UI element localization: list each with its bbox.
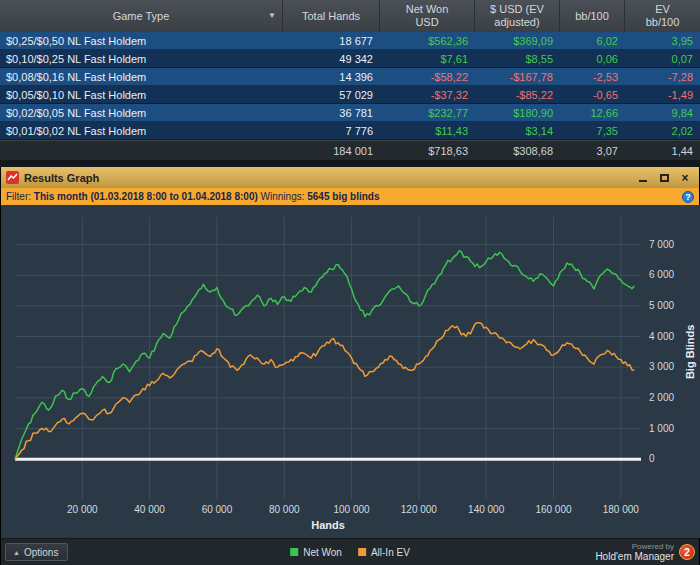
maximize-button[interactable] <box>655 170 673 186</box>
filter-bar[interactable]: Filter: This month (01.03.2018 8:00 to 0… <box>1 188 699 205</box>
svg-text:100 000: 100 000 <box>333 504 370 515</box>
ev-bb100-cell: 9,84 <box>625 107 700 119</box>
bb100-cell: 0,06 <box>560 53 625 65</box>
total-hands-cell: 18 677 <box>283 35 380 47</box>
game-type-cell: $0,05/$0,10 NL Fast Holdem <box>0 89 283 101</box>
net-won-cell: $562,36 <box>380 35 475 47</box>
svg-text:40 000: 40 000 <box>134 504 165 515</box>
ev-bb100-cell: -7,28 <box>625 71 700 83</box>
net-won-cell: $11,43 <box>380 125 475 137</box>
legend-label: All-In EV <box>371 547 410 558</box>
minimize-button[interactable] <box>634 170 652 186</box>
total-hands-cell: 7 776 <box>283 125 380 137</box>
totals-ev-bb100-cell: 1,44 <box>625 145 700 157</box>
options-button[interactable]: ▲ Options <box>5 543 68 561</box>
legend-label: Net Won <box>303 547 342 558</box>
minimize-icon <box>639 180 647 182</box>
game-type-cell: $0,10/$0,25 NL Fast Holdem <box>0 53 283 65</box>
column-header-bb100[interactable]: bb/100 <box>560 0 625 32</box>
column-header-total-hands[interactable]: Total Hands <box>283 0 380 32</box>
table-body: $0,25/$0,50 NL Fast Holdem18 677$562,36$… <box>0 32 700 140</box>
legend-swatch <box>358 548 366 556</box>
svg-text:80 000: 80 000 <box>269 504 300 515</box>
bb100-cell: -2,53 <box>560 71 625 83</box>
column-header-ev-bb100[interactable]: EV bb/100 <box>625 0 700 32</box>
table-row[interactable]: $0,01/$0,02 NL Fast Holdem7 776$11,43$3,… <box>0 122 700 140</box>
totals-total-hands-cell: 184 001 <box>283 145 380 157</box>
table-header: Game Type ▼ Total Hands Net Won USD $ US… <box>0 0 700 32</box>
ev-bb100-cell: 0,07 <box>625 53 700 65</box>
svg-text:1 000: 1 000 <box>649 423 674 434</box>
net-won-cell: -$37,32 <box>380 89 475 101</box>
total-hands-cell: 36 781 <box>283 107 380 119</box>
table-row[interactable]: $0,05/$0,10 NL Fast Holdem57 029-$37,32-… <box>0 86 700 104</box>
svg-text:140 000: 140 000 <box>468 504 505 515</box>
chart-legend: Net WonAll-In EV <box>290 547 410 558</box>
filter-range: This month (01.03.2018 8:00 to 01.04.201… <box>34 191 258 202</box>
total-hands-cell: 57 029 <box>283 89 380 101</box>
powered-by-text: Powered by <box>595 542 674 551</box>
window-title: Results Graph <box>24 172 631 184</box>
info-icon[interactable]: ? <box>682 191 694 203</box>
ev-usd-cell: $180,90 <box>475 107 560 119</box>
game-type-cell: $0,25/$0,50 NL Fast Holdem <box>0 35 283 47</box>
total-hands-cell: 14 396 <box>283 71 380 83</box>
column-header-ev-usd[interactable]: $ USD (EV adjusted) <box>475 0 560 32</box>
svg-text:60 000: 60 000 <box>202 504 233 515</box>
powered-by-block: Powered by Hold'em Manager 2 <box>595 542 699 563</box>
bb100-cell: -0,65 <box>560 89 625 101</box>
bb100-cell: 7,35 <box>560 125 625 137</box>
svg-text:3 000: 3 000 <box>649 361 674 372</box>
total-hands-cell: 49 342 <box>283 53 380 65</box>
chevron-up-icon: ▲ <box>13 549 20 556</box>
ev-bb100-cell: -1,49 <box>625 89 700 101</box>
svg-text:180 000: 180 000 <box>603 504 640 515</box>
svg-text:20 000: 20 000 <box>67 504 98 515</box>
column-header-game-type[interactable]: Game Type ▼ <box>0 0 283 32</box>
svg-text:Hands: Hands <box>311 519 345 531</box>
app-root: Game Type ▼ Total Hands Net Won USD $ US… <box>0 0 700 565</box>
svg-text:2 000: 2 000 <box>649 392 674 403</box>
ev-usd-cell: -$167,78 <box>475 71 560 83</box>
svg-text:120 000: 120 000 <box>401 504 438 515</box>
winnings-label: Winnings: <box>258 191 307 202</box>
app-icon <box>6 171 19 184</box>
results-chart: 01 0002 0003 0004 0005 0006 0007 00020 0… <box>1 205 700 538</box>
totals-ev-usd-cell: $308,68 <box>475 145 560 157</box>
svg-text:Big Blinds: Big Blinds <box>684 325 696 379</box>
options-label: Options <box>24 547 58 558</box>
legend-swatch <box>290 548 298 556</box>
bb100-cell: 12,66 <box>560 107 625 119</box>
ev-usd-cell: $369,09 <box>475 35 560 47</box>
svg-text:4 000: 4 000 <box>649 331 674 342</box>
filter-label: Filter: <box>6 191 34 202</box>
chevron-down-icon[interactable]: ▼ <box>268 11 276 20</box>
holdem-manager-logo: 2 <box>679 544 695 560</box>
ev-usd-cell: $3,14 <box>475 125 560 137</box>
window-titlebar[interactable]: Results Graph × <box>1 167 699 188</box>
net-won-cell: $7,61 <box>380 53 475 65</box>
svg-text:5 000: 5 000 <box>649 300 674 311</box>
ev-usd-cell: -$85,22 <box>475 89 560 101</box>
chart-area: 01 0002 0003 0004 0005 0006 0007 00020 0… <box>1 205 699 538</box>
maximize-icon <box>660 174 669 182</box>
game-type-cell: $0,01/$0,02 NL Fast Holdem <box>0 125 283 137</box>
ev-bb100-cell: 3,95 <box>625 35 700 47</box>
totals-row: 184 001$718,63$308,683,071,44 <box>0 140 700 160</box>
legend-item: Net Won <box>290 547 342 558</box>
game-type-cell: $0,02/$0,05 NL Fast Holdem <box>0 107 283 119</box>
game-type-cell: $0,08/$0,16 NL Fast Holdem <box>0 71 283 83</box>
svg-text:7 000: 7 000 <box>649 239 674 250</box>
svg-text:6 000: 6 000 <box>649 269 674 280</box>
table-row[interactable]: $0,08/$0,16 NL Fast Holdem14 396-$58,22-… <box>0 68 700 86</box>
table-row[interactable]: $0,25/$0,50 NL Fast Holdem18 677$562,36$… <box>0 32 700 50</box>
totals-bb100-cell: 3,07 <box>560 145 625 157</box>
column-header-net-won[interactable]: Net Won USD <box>380 0 475 32</box>
close-button[interactable]: × <box>676 170 694 186</box>
ev-bb100-cell: 2,02 <box>625 125 700 137</box>
table-row[interactable]: $0,02/$0,05 NL Fast Holdem36 781$232,77$… <box>0 104 700 122</box>
net-won-cell: -$58,22 <box>380 71 475 83</box>
footer-bar: ▲ Options Net WonAll-In EV Powered by Ho… <box>1 538 699 565</box>
table-row[interactable]: $0,10/$0,25 NL Fast Holdem49 342$7,61$8,… <box>0 50 700 68</box>
column-header-label: Game Type <box>113 10 170 23</box>
